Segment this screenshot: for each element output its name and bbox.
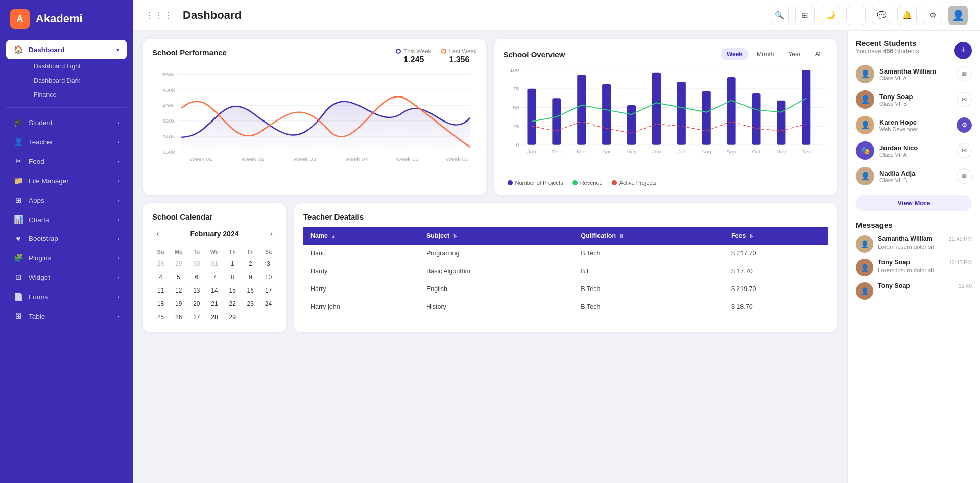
bottom-row: School Calendar ‹ February 2024 › Su Mo … <box>143 203 837 332</box>
last-week-label: Last Week <box>449 48 476 54</box>
calendar-day[interactable]: 3 <box>260 258 277 270</box>
messages-title: Messages <box>856 221 972 229</box>
calendar-day[interactable]: 26 <box>170 311 187 323</box>
calendar-day[interactable]: 29 <box>170 258 187 270</box>
sidebar-item-widget[interactable]: ⊡ Widget › <box>6 268 127 287</box>
sidebar-item-teacher[interactable]: 👤 Teacher › <box>6 132 127 152</box>
recent-students-header: Recent Students You have 456 Students + <box>856 39 972 62</box>
sidebar-subitem-finance[interactable]: Finance <box>29 88 127 102</box>
sidebar-label-file-manager: File Manager <box>29 177 69 185</box>
chat-button[interactable]: 💬 <box>872 6 891 25</box>
col-name[interactable]: Name ▲ <box>303 227 419 245</box>
cell-fees: $ 18.70 <box>724 298 828 316</box>
add-student-button[interactable]: + <box>954 42 972 59</box>
sidebar-item-plugins[interactable]: 🧩 Plugins › <box>6 248 127 268</box>
calendar-day[interactable]: 23 <box>242 298 259 310</box>
calendar-day[interactable]: 13 <box>188 284 205 297</box>
calendar-day[interactable]: 29 <box>224 311 241 323</box>
tab-month[interactable]: Month <box>751 48 780 60</box>
teacher-details-card: Teacher Deatails Name ▲ Subject ⇅ <box>294 203 837 332</box>
student-info-4: Nadila Adja Class VII B <box>879 170 951 183</box>
mail-button-1[interactable]: ✉ <box>957 92 972 107</box>
sidebar-item-dashboard[interactable]: 🏠 Dashboard ▾ <box>6 40 127 59</box>
page-title: Dashboard <box>183 9 763 22</box>
sidebar-item-food[interactable]: ✂ Food › <box>6 152 127 171</box>
sidebar-item-forms[interactable]: 📄 Forms › <box>6 287 127 306</box>
calendar-day[interactable]: 19 <box>170 298 187 310</box>
calendar-day[interactable]: 1 <box>224 258 241 270</box>
mail-button-3[interactable]: ✉ <box>957 143 972 158</box>
sidebar-subitem-dashboard-light[interactable]: Dashboard Light <box>29 59 127 74</box>
tab-year[interactable]: Year <box>782 48 806 60</box>
calendar-day[interactable]: 11 <box>152 284 169 297</box>
calendar-day[interactable]: 18 <box>152 298 169 310</box>
calendar-day[interactable]: 5 <box>170 271 187 283</box>
app-logo[interactable]: A Akademi <box>0 0 133 38</box>
calendar-day[interactable]: 8 <box>224 271 241 283</box>
calendar-day[interactable]: 16 <box>242 284 259 297</box>
calendar-day[interactable]: 22 <box>224 298 241 310</box>
calendar-day[interactable]: 28 <box>152 258 169 270</box>
chevron-right-icon: › <box>117 294 119 300</box>
calendar-day[interactable]: 24 <box>260 298 277 310</box>
sidebar-item-table[interactable]: ⊞ Table › <box>6 306 127 326</box>
calendar-day[interactable]: 31 <box>206 258 223 270</box>
calendar-month-label: February 2024 <box>190 230 239 238</box>
calendar-day[interactable]: 20 <box>188 298 205 310</box>
settings-button[interactable]: ⚙ <box>923 6 942 25</box>
sidebar-label-teacher: Teacher <box>29 138 53 146</box>
tab-week[interactable]: Week <box>721 48 749 60</box>
calendar-day[interactable]: 25 <box>152 311 169 323</box>
mail-button-2[interactable]: ⚙ <box>957 117 972 133</box>
sidebar-item-file-manager[interactable]: 📁 File Manager › <box>6 171 127 190</box>
sidebar-item-student[interactable]: 🎓 Student › <box>6 113 127 132</box>
msg-name-1: Tony Soap <box>878 259 910 266</box>
svg-rect-33 <box>652 73 660 145</box>
calendar-day[interactable]: 10 <box>260 271 277 283</box>
calendar-day[interactable]: 30 <box>188 258 205 270</box>
sidebar-item-apps[interactable]: ⊞ Apps › <box>6 190 127 210</box>
col-subject[interactable]: Subject ⇅ <box>419 227 573 245</box>
col-fees[interactable]: Fees ⇅ <box>724 227 828 245</box>
sort-icon: ⇅ <box>619 234 624 239</box>
dark-mode-button[interactable]: 🌙 <box>821 6 840 25</box>
calendar-day[interactable]: 28 <box>206 311 223 323</box>
cell-name: Hardy <box>303 262 419 280</box>
search-button[interactable]: 🔍 <box>770 6 789 25</box>
calendar-day[interactable]: 27 <box>188 311 205 323</box>
grid-icon[interactable]: ⋮⋮⋮ <box>145 10 173 21</box>
mail-button-4[interactable]: ✉ <box>957 168 972 184</box>
sidebar-label-student: Student <box>29 119 53 127</box>
calendar-day[interactable]: 12 <box>170 284 187 297</box>
cell-subject: Basic Algorithm <box>419 262 573 280</box>
notification-button[interactable]: 🔔 <box>897 6 917 25</box>
view-more-button[interactable]: View More <box>856 195 972 211</box>
cell-fees: $ 217.70 <box>724 245 828 262</box>
calendar-day[interactable]: 15 <box>224 284 241 297</box>
calendar-next-button[interactable]: › <box>266 227 277 240</box>
chevron-down-icon: ▾ <box>116 46 119 53</box>
sidebar-label-forms: Forms <box>29 293 48 301</box>
fullscreen-button[interactable]: ⛶ <box>846 6 866 25</box>
calendar-day[interactable]: 4 <box>152 271 169 283</box>
chevron-right-icon: › <box>117 119 119 126</box>
sidebar-item-bootstrap[interactable]: ♥ Bootstrap › <box>6 229 127 248</box>
calendar-day[interactable]: 21 <box>206 298 223 310</box>
mail-button-0[interactable]: ✉ <box>957 66 972 82</box>
calendar-day[interactable]: 14 <box>206 284 223 297</box>
calendar-prev-button[interactable]: ‹ <box>152 227 163 240</box>
calendar-day[interactable]: 9 <box>242 271 259 283</box>
student-name-4: Nadila Adja <box>879 170 951 177</box>
sidebar-subitem-dashboard-dark[interactable]: Dashboard Dark <box>29 74 127 88</box>
calendar-day[interactable]: 17 <box>260 284 277 297</box>
sidebar-item-charts[interactable]: 📊 Charts › <box>6 210 127 229</box>
tab-all[interactable]: All <box>809 48 828 60</box>
apps-button[interactable]: ⊞ <box>795 6 815 25</box>
calendar-day[interactable]: 6 <box>188 271 205 283</box>
cell-qualification: B.Tech <box>573 280 724 298</box>
col-qualification[interactable]: Qulification ⇅ <box>573 227 724 245</box>
sidebar-label-widget: Widget <box>29 274 50 281</box>
calendar-day[interactable]: 2 <box>242 258 259 270</box>
calendar-day[interactable]: 7 <box>206 271 223 283</box>
user-avatar[interactable]: 👤 <box>948 6 968 25</box>
